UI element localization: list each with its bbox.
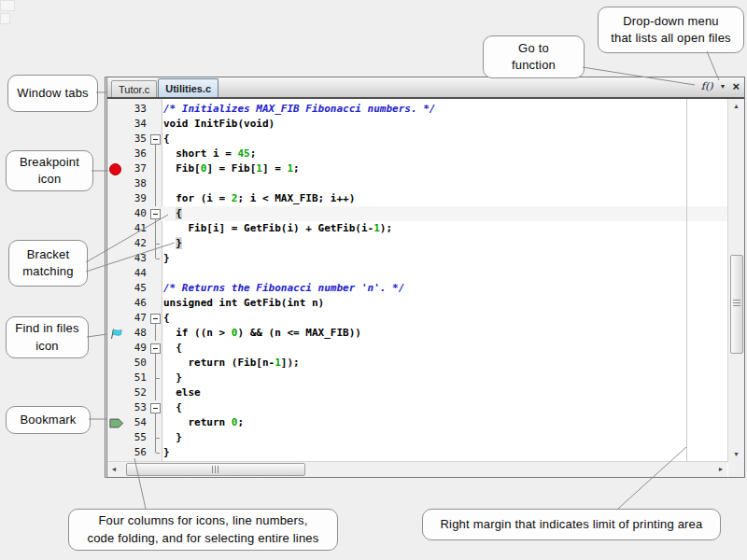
thumb-grip	[212, 466, 220, 473]
horizontal-scrollbar-thumb[interactable]	[126, 463, 305, 476]
vertical-scrollbar[interactable]: ▲ ▼	[727, 99, 744, 462]
code-line[interactable]: 34void InitFib(void)	[107, 117, 727, 132]
line-number[interactable]: 33	[124, 102, 147, 117]
scroll-up-icon[interactable]: ▲	[728, 100, 744, 113]
tab-separator	[107, 97, 744, 99]
fold-slot	[149, 117, 162, 132]
code-line[interactable]: 49 {	[107, 341, 727, 356]
fold-marker-start[interactable]	[149, 132, 162, 147]
callout-window-tabs: Window tabs	[7, 75, 98, 112]
line-number[interactable]: 42	[124, 236, 147, 251]
code-line[interactable]: 52 else	[107, 385, 727, 400]
fold-collapse-icon[interactable]	[150, 314, 161, 324]
callout-right-margin: Right margin that indicates limit of pri…	[422, 509, 721, 540]
code-line[interactable]: 42 }	[107, 236, 727, 251]
line-number[interactable]: 41	[124, 221, 147, 236]
code-line[interactable]: 56}	[107, 445, 727, 460]
code-text: }	[163, 236, 182, 251]
code-line[interactable]: 54 return 0;	[107, 415, 727, 430]
code-line[interactable]: 46unsigned int GetFib(int n)	[107, 296, 727, 311]
line-number[interactable]: 45	[124, 281, 147, 296]
horizontal-scrollbar[interactable]: ◄ ►	[107, 461, 727, 477]
line-number[interactable]: 36	[124, 147, 147, 161]
gutter-icon-slot	[107, 102, 124, 117]
fold-marker-line	[149, 385, 162, 400]
vertical-scrollbar-thumb[interactable]	[730, 255, 743, 354]
line-number[interactable]: 54	[124, 415, 147, 430]
fold-marker-start[interactable]	[149, 400, 162, 415]
scrollbar-corner	[728, 462, 744, 477]
fold-marker-line	[149, 415, 162, 430]
code-text: unsigned int GetFib(int n)	[163, 296, 324, 311]
open-files-dropdown-icon[interactable]: ▼	[719, 83, 726, 91]
editor-window: Tutor.cUtilities.c f() ▼ × 33/* Initiali…	[105, 77, 745, 478]
tab-bar: Tutor.cUtilities.c	[107, 77, 744, 97]
bookmark-icon[interactable]	[107, 415, 124, 430]
code-text: }	[163, 445, 170, 460]
line-number[interactable]: 52	[124, 385, 147, 400]
close-icon[interactable]: ×	[732, 81, 740, 92]
code-text: short i = 45;	[163, 147, 256, 161]
code-line[interactable]: 45/* Returns the Fibonacci number 'n'. *…	[107, 281, 727, 296]
fold-collapse-icon[interactable]	[150, 343, 161, 354]
line-number[interactable]: 35	[124, 132, 147, 147]
line-number[interactable]: 47	[124, 311, 147, 326]
code-line[interactable]: 53 {	[107, 400, 727, 415]
line-number[interactable]: 51	[124, 371, 147, 385]
code-line[interactable]: 41 Fib[i] = GetFib(i) + GetFib(i-1);	[107, 221, 727, 236]
code-line[interactable]: 55 }	[107, 430, 727, 445]
callout-dropdown-menu: Drop-down menu that lists all open files	[598, 7, 744, 53]
line-number[interactable]: 48	[124, 326, 147, 341]
code-line[interactable]: 40 {	[107, 206, 727, 221]
code-line[interactable]: 48 if ((n > 0) && (n <= MAX_FIB))	[107, 326, 727, 341]
line-number[interactable]: 49	[124, 341, 147, 356]
fold-collapse-icon[interactable]	[150, 209, 161, 219]
tab-controls: f() ▼ ×	[701, 81, 740, 92]
code-line[interactable]: 50 return (Fib[n-1]);	[107, 356, 727, 371]
line-number[interactable]: 37	[124, 161, 147, 176]
tab-tutor-c[interactable]: Tutor.c	[111, 80, 157, 97]
tab-utilities-c[interactable]: Utilities.c	[158, 78, 218, 97]
line-number[interactable]: 56	[124, 445, 147, 460]
line-number[interactable]: 44	[124, 266, 147, 281]
callout-breakpoint-icon: Breakpoint icon	[6, 150, 93, 191]
findfiles-icon[interactable]	[107, 326, 124, 341]
code-text: else	[163, 385, 201, 400]
breakpoint-icon[interactable]	[107, 161, 124, 176]
gutter-icon-slot	[107, 296, 124, 311]
code-line[interactable]: 38	[107, 176, 727, 191]
gutter-icon-slot	[107, 445, 124, 460]
code-line[interactable]: 44	[107, 266, 727, 281]
code-line[interactable]: 35{	[107, 132, 727, 147]
line-number[interactable]: 38	[124, 176, 147, 191]
code-line[interactable]: 39 for (i = 2; i < MAX_FIB; i++)	[107, 191, 727, 206]
scroll-left-icon[interactable]: ◄	[107, 462, 120, 477]
fold-marker-start[interactable]	[149, 341, 162, 356]
code-text: /* Initializes MAX_FIB Fibonacci numbers…	[163, 102, 435, 117]
scroll-down-icon[interactable]: ▼	[728, 448, 744, 461]
code-line[interactable]: 36 short i = 45;	[107, 147, 727, 161]
line-number[interactable]: 46	[124, 296, 147, 311]
line-number[interactable]: 39	[124, 191, 147, 206]
fold-marker-start[interactable]	[149, 206, 162, 221]
line-number[interactable]: 53	[124, 400, 147, 415]
code-line[interactable]: 51 }	[107, 371, 727, 385]
scroll-right-icon[interactable]: ►	[714, 462, 727, 477]
line-number[interactable]: 50	[124, 356, 147, 371]
fold-collapse-icon[interactable]	[150, 134, 161, 145]
line-number[interactable]: 43	[124, 251, 147, 266]
fold-marker-line	[149, 161, 162, 176]
line-number[interactable]: 55	[124, 430, 147, 445]
fold-collapse-icon[interactable]	[150, 403, 161, 413]
code-line[interactable]: 43}	[107, 251, 727, 266]
code-text: }	[163, 371, 182, 385]
gutter-icon-slot	[107, 311, 124, 326]
code-line[interactable]: 47{	[107, 311, 727, 326]
fold-marker-start[interactable]	[149, 311, 162, 326]
line-number[interactable]: 34	[124, 117, 147, 132]
code-line[interactable]: 33/* Initializes MAX_FIB Fibonacci numbe…	[107, 102, 727, 117]
gutter-icon-slot	[107, 341, 124, 356]
goto-function-button[interactable]: f()	[701, 81, 713, 92]
line-number[interactable]: 40	[124, 206, 147, 221]
code-line[interactable]: 37 Fib[0] = Fib[1] = 1;	[107, 161, 727, 176]
